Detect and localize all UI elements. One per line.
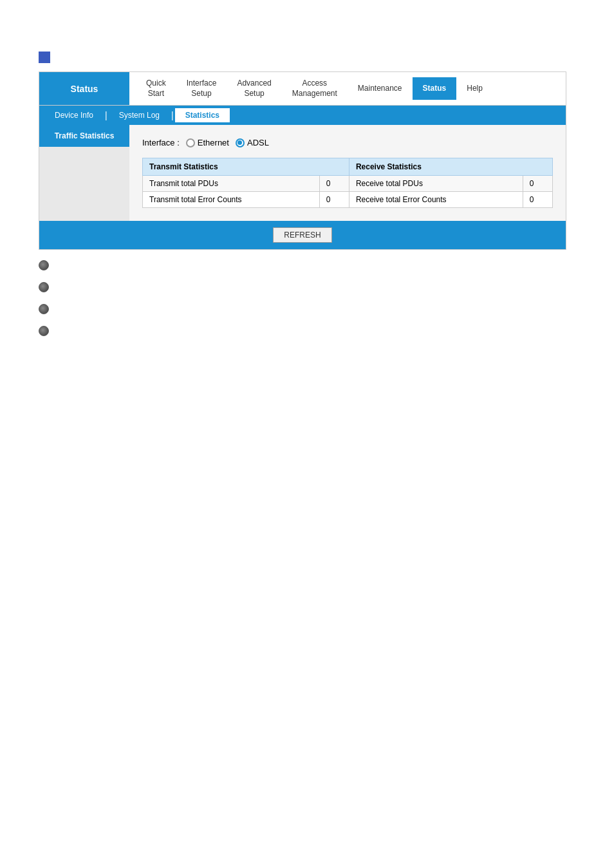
radio-adsl[interactable]: ADSL — [236, 138, 269, 147]
receive-pdu-label: Receive total PDUs — [349, 176, 523, 192]
sub-nav-system-log[interactable]: System Log — [109, 108, 170, 122]
sub-nav: Device Info | System Log | Statistics — [39, 106, 566, 125]
sub-nav-statistics[interactable]: Statistics — [175, 108, 230, 122]
main-container: Status QuickStart InterfaceSetup Advance… — [39, 71, 566, 250]
table-row: Transmit total Error Counts 0 Receive to… — [143, 192, 553, 208]
transmit-pdu-label: Transmit total PDUs — [143, 176, 320, 192]
sidebar-item-traffic-statistics[interactable]: Traffic Statistics — [39, 125, 129, 147]
indicator-dot-4 — [39, 326, 49, 336]
nav-item-interface-setup[interactable]: InterfaceSetup — [176, 72, 227, 105]
refresh-button[interactable]: REFRESH — [273, 227, 331, 243]
sub-nav-sep2: | — [171, 108, 174, 122]
interface-label: Interface : — [142, 138, 180, 147]
nav-item-help[interactable]: Help — [456, 77, 493, 100]
main-content: Interface : Ethernet ADSL Transmit Stati — [129, 125, 566, 221]
nav-item-advanced-setup[interactable]: AdvancedSetup — [227, 72, 281, 105]
nav-item-status[interactable]: Status — [413, 77, 457, 100]
nav-item-maintenance[interactable]: Maintenance — [348, 77, 413, 100]
bottom-indicators — [39, 260, 575, 336]
interface-selector: Interface : Ethernet ADSL — [142, 138, 553, 147]
radio-circle-ethernet — [186, 138, 195, 147]
radio-label-adsl: ADSL — [247, 138, 269, 147]
top-icon — [39, 52, 575, 71]
table-row: Transmit total PDUs 0 Receive total PDUs… — [143, 176, 553, 192]
nav-item-quick-start[interactable]: QuickStart — [136, 72, 176, 105]
transmit-pdu-value: 0 — [319, 176, 349, 192]
radio-ethernet[interactable]: Ethernet — [186, 138, 229, 147]
radio-circle-adsl — [236, 138, 245, 147]
sub-nav-device-info[interactable]: Device Info — [44, 108, 104, 122]
sub-nav-sep1: | — [105, 108, 107, 122]
receive-error-value: 0 — [523, 192, 552, 208]
indicator-dot-3 — [39, 304, 49, 314]
nav-status-label[interactable]: Status — [39, 72, 129, 105]
transmit-error-label: Transmit total Error Counts — [143, 192, 320, 208]
indicator-dot-1 — [39, 260, 49, 270]
receive-error-label: Receive total Error Counts — [349, 192, 523, 208]
transmit-header: Transmit Statistics — [143, 158, 349, 176]
receive-header: Receive Statistics — [349, 158, 552, 176]
sidebar: Traffic Statistics — [39, 125, 129, 221]
transmit-error-value: 0 — [319, 192, 349, 208]
radio-label-ethernet: Ethernet — [198, 138, 229, 147]
content-wrapper: Traffic Statistics Interface : Ethernet … — [39, 125, 566, 221]
stats-table: Transmit Statistics Receive Statistics T… — [142, 158, 553, 208]
nav-bar: Status QuickStart InterfaceSetup Advance… — [39, 72, 566, 106]
nav-item-access-management[interactable]: AccessManagement — [282, 72, 348, 105]
indicator-dot-2 — [39, 282, 49, 292]
nav-items: QuickStart InterfaceSetup AdvancedSetup … — [129, 72, 566, 105]
receive-pdu-value: 0 — [523, 176, 552, 192]
bottom-bar: REFRESH — [39, 221, 566, 249]
